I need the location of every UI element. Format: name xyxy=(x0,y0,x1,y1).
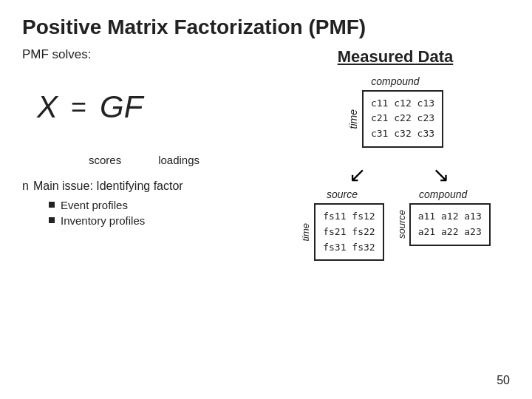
page-number: 50 xyxy=(497,374,510,387)
bullet-symbol: n xyxy=(22,180,29,193)
measured-data-title: Measured Data xyxy=(338,47,454,66)
loadings-label: loadings xyxy=(158,154,200,166)
content-area: PMF solves: X = GF scores loadings n Mai… xyxy=(22,47,510,358)
formula-container: X = GF xyxy=(22,74,266,148)
sub-bullet-inventory-label: Inventory profiles xyxy=(61,214,145,227)
main-issue-bullet: n Main issue: Identifying factor xyxy=(22,180,266,193)
formula-x: X xyxy=(37,89,58,125)
sub-bullets-list: Event profiles Inventory profiles xyxy=(49,199,266,227)
sub-bullet-event: Event profiles xyxy=(49,199,266,211)
bottom-right-section: compound source a11 a12 a13 a21 a22 a23 xyxy=(396,188,491,246)
slide-title: Positive Matrix Factorization (PMF) xyxy=(22,15,510,40)
sub-bullet-event-label: Event profiles xyxy=(61,199,128,211)
top-matrix-row-2: c21 c22 c23 xyxy=(371,111,434,126)
bottom-right-compound-label: compound xyxy=(419,188,467,200)
top-matrix-row: time c11 c12 c13 c21 c22 c23 c31 c32 c33 xyxy=(347,90,443,148)
arrow-left: ↙ xyxy=(349,163,366,187)
top-matrix-time-label: time xyxy=(347,109,359,129)
bottom-left-matrix-with-labels: time fs11 fs12 fs21 fs22 fs31 fs32 xyxy=(300,203,383,261)
slide: Positive Matrix Factorization (PMF) PMF … xyxy=(0,0,532,399)
bullet-icon-event xyxy=(49,202,55,208)
formula-g: GF xyxy=(100,89,143,125)
top-matrix-diagram: compound time c11 c12 c13 c21 c22 c23 c3… xyxy=(300,75,491,262)
bottom-left-time-label: time xyxy=(300,223,311,242)
top-matrix-row-3: c31 c32 c33 xyxy=(371,126,434,142)
br-row-1: a11 a12 a13 xyxy=(418,209,482,225)
bottom-left-source-label: source xyxy=(327,188,358,200)
bl-row-3: fs31 fs32 xyxy=(323,240,375,256)
bl-row-1: fs11 fs12 xyxy=(323,209,375,225)
bottom-left-section: source time fs11 fs12 fs21 fs22 fs31 fs3… xyxy=(300,188,383,261)
left-column: PMF solves: X = GF scores loadings n Mai… xyxy=(22,47,273,230)
top-matrix-row-1: c11 c12 c13 xyxy=(371,96,434,112)
bottom-right-matrix-box: a11 a12 a13 a21 a22 a23 xyxy=(409,203,491,246)
top-matrix-wrapper: compound time c11 c12 c13 c21 c22 c23 c3… xyxy=(347,75,443,163)
top-matrix-box: c11 c12 c13 c21 c22 c23 c31 c32 c33 xyxy=(362,90,443,148)
bottom-right-matrix-with-labels: source a11 a12 a13 a21 a22 a23 xyxy=(396,203,491,246)
bottom-left-matrix-box: fs11 fs12 fs21 fs22 fs31 fs32 xyxy=(314,203,383,261)
title-text: Positive Matrix Factorization (PMF) xyxy=(22,16,366,38)
arrow-pair: ↙ ↘ xyxy=(300,163,491,187)
bottom-matrices: source time fs11 fs12 fs21 fs22 fs31 fs3… xyxy=(300,188,491,261)
bullet-icon-inventory xyxy=(49,217,55,223)
scores-loadings-labels: scores loadings xyxy=(22,154,266,166)
sub-bullet-inventory: Inventory profiles xyxy=(49,214,266,227)
pmf-solves-label: PMF solves: xyxy=(22,47,266,62)
top-matrix-compound-label: compound xyxy=(371,75,419,87)
right-column: Measured Data compound time c11 c12 c13 … xyxy=(273,47,510,262)
formula-equals: = xyxy=(64,92,94,123)
br-row-2: a21 a22 a23 xyxy=(418,225,482,240)
main-issue-text: Main issue: Identifying factor xyxy=(33,180,183,193)
bl-row-2: fs21 fs22 xyxy=(323,225,375,240)
formula-display: X = GF xyxy=(37,81,143,133)
arrow-right: ↘ xyxy=(432,163,449,187)
scores-label: scores xyxy=(89,154,121,166)
bottom-right-source-label: source xyxy=(396,210,407,239)
